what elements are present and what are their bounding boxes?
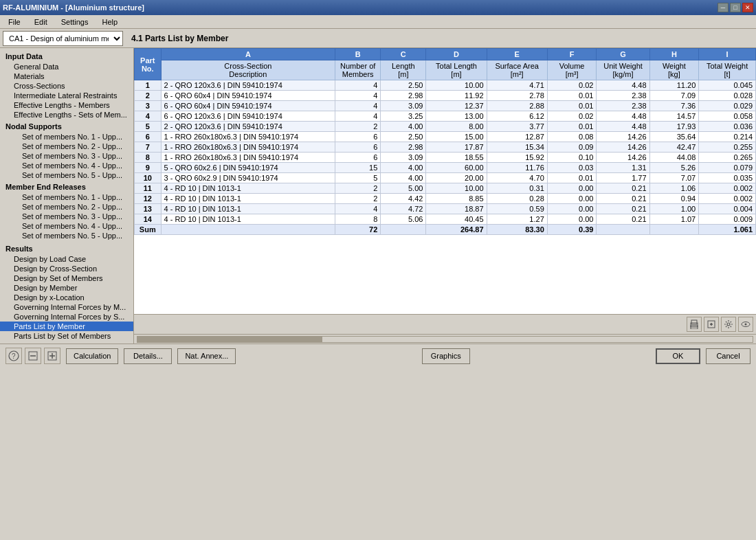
table-export-icon[interactable] [704,317,719,332]
sidebar-item-member-end-set3[interactable]: Set of members No. 3 - Upp... [0,212,133,221]
cell-part: 4 [135,111,162,122]
sidebar-item-effective-lengths-members[interactable]: Effective Lengths - Members [0,100,133,110]
table-row: 1 2 - QRO 120x3.6 | DIN 59410:1974 4 2.5… [135,80,756,91]
cell-volume: 0.01 [547,122,597,132]
sidebar-item-member-end-set4[interactable]: Set of members No. 4 - Upp... [0,221,133,231]
cell-part: 11 [135,183,162,194]
close-button[interactable]: ✕ [742,3,753,12]
cell-part: 9 [135,163,162,173]
cell-surface: 2.78 [487,91,547,101]
sidebar-item-design-set-members[interactable]: Design by Set of Members [0,273,133,283]
sidebar-section-input: Input Data [0,51,133,62]
nat-annex-button[interactable]: Nat. Annex... [177,348,236,364]
sidebar-section-member-end: Member End Releases [0,181,133,192]
sidebar-item-materials[interactable]: Materials [0,71,133,81]
sidebar-item-design-cross-section[interactable]: Design by Cross-Section [0,264,133,273]
cell-length: 5.00 [381,183,426,194]
table-row: 2 6 - QRO 60x4 | DIN 59410:1974 4 2.98 1… [135,91,756,101]
table-row: 11 4 - RD 10 | DIN 1013-1 2 5.00 10.00 0… [135,183,756,194]
cell-total-weight: 0.035 [699,173,756,183]
cell-volume: 0.00 [547,194,597,204]
sidebar-item-governing-forces-member[interactable]: Governing Internal Forces by M... [0,302,133,312]
sidebar-item-governing-forces-set[interactable]: Governing Internal Forces by S... [0,312,133,322]
menu-help[interactable]: Help [96,17,123,27]
sidebar-section-nodal-supports: Nodal Supports [0,121,133,132]
sidebar-item-member-end-set5[interactable]: Set of members No. 5 - Upp... [0,231,133,240]
window-controls: ─ □ ✕ [718,3,753,12]
sidebar-section-results: Results [0,243,133,254]
cell-num: 4 [335,204,381,214]
cell-volume: 0.08 [547,132,597,142]
sidebar-item-design-x-location[interactable]: Design by x-Location [0,293,133,302]
cell-total-weight: 0.045 [699,80,756,91]
table-action-icons [134,314,756,334]
sidebar-item-parts-list-set[interactable]: Parts List by Set of Members [0,331,133,341]
cell-surface: 4.71 [487,80,547,91]
ca-dropdown[interactable]: CA1 - Design of aluminium meml [3,31,123,46]
sidebar-item-member-end-set2[interactable]: Set of members No. 2 - Upp... [0,202,133,212]
cell-part: 2 [135,91,162,101]
col-subheader-surface: Surface Area[m²] [487,60,547,80]
cell-unit-weight: 2.38 [597,101,649,111]
cell-desc: 1 - RRO 260x180x6.3 | DIN 59410:1974 [161,132,335,142]
sidebar-item-nodal-set1[interactable]: Set of members No. 1 - Upp... [0,132,133,142]
graphics-button[interactable]: Graphics [422,348,470,364]
sidebar-item-intermediate-lateral[interactable]: Intermediate Lateral Restraints [0,91,133,100]
cell-unit-weight: 0.21 [597,204,649,214]
cell-unit-weight: 1.77 [597,173,649,183]
sidebar-item-nodal-set3[interactable]: Set of members No. 3 - Upp... [0,151,133,161]
menu-file[interactable]: File [3,17,26,27]
cell-length: 3.25 [381,111,426,122]
cell-weight: 1.07 [649,214,699,225]
cell-total-length: 8.00 [426,122,487,132]
cell-weight: 7.36 [649,101,699,111]
sum-total-length: 264.87 [426,225,487,235]
col-subheader-total-length: Total Length[m] [426,60,487,80]
cell-weight: 7.07 [649,173,699,183]
nav-prev-icon[interactable] [25,348,41,364]
horizontal-scrollbar[interactable] [134,334,756,344]
calculation-button[interactable]: Calculation [66,348,118,364]
table-view-icon[interactable] [738,317,753,332]
sum-volume: 0.39 [547,225,597,235]
minimize-button[interactable]: ─ [718,3,729,12]
menu-edit[interactable]: Edit [29,17,53,27]
cancel-button[interactable]: Cancel [706,348,751,364]
cell-total-weight: 0.009 [699,214,756,225]
cell-surface: 0.28 [487,194,547,204]
sidebar-item-nodal-set4[interactable]: Set of members No. 4 - Upp... [0,161,133,170]
sidebar-item-parts-list-member[interactable]: Parts List by Member [0,322,133,331]
sidebar-item-general-data[interactable]: General Data [0,62,133,71]
table-container[interactable]: PartNo. A B C D E F G H I Cross-SectionD… [134,48,756,314]
table-row: 4 6 - QRO 120x3.6 | DIN 59410:1974 4 3.2… [135,111,756,122]
sidebar-item-cross-sections[interactable]: Cross-Sections [0,81,133,91]
sidebar-item-design-load-case[interactable]: Design by Load Case [0,254,133,264]
details-button[interactable]: Details... [124,348,172,364]
cell-part: 1 [135,80,162,91]
maximize-button[interactable]: □ [730,3,741,12]
cell-total-length: 17.87 [426,142,487,153]
sidebar-item-nodal-set5[interactable]: Set of members No. 5 - Upp... [0,170,133,180]
table-row: 14 4 - RD 10 | DIN 1013-1 8 5.06 40.45 1… [135,214,756,225]
menu-bar: File Edit Settings Help [0,15,756,29]
cell-desc: 4 - RD 10 | DIN 1013-1 [161,214,335,225]
col-header-A: A [161,49,335,60]
sidebar-item-nodal-set2[interactable]: Set of members No. 2 - Upp... [0,142,133,151]
sidebar-item-member-end-set1[interactable]: Set of members No. 1 - Upp... [0,192,133,202]
menu-settings[interactable]: Settings [56,17,94,27]
table-settings-icon[interactable] [721,317,736,332]
nav-next-icon[interactable] [44,348,60,364]
nav-back-icon[interactable]: ? [5,348,22,364]
table-print-icon[interactable] [687,317,702,332]
ok-button[interactable]: OK [656,348,700,364]
svg-point-8 [745,324,747,326]
cell-volume: 0.02 [547,111,597,122]
col-subheader-num: Number ofMembers [335,60,381,80]
cell-desc: 1 - RRO 260x180x6.3 | DIN 59410:1974 [161,153,335,163]
svg-point-6 [727,323,730,326]
sidebar-item-design-member[interactable]: Design by Member [0,283,133,293]
cell-total-length: 10.00 [426,80,487,91]
cell-surface: 12.87 [487,132,547,142]
sum-num: 72 [335,225,381,235]
sidebar-item-effective-lengths-sets[interactable]: Effective Lengths - Sets of Mem... [0,110,133,120]
